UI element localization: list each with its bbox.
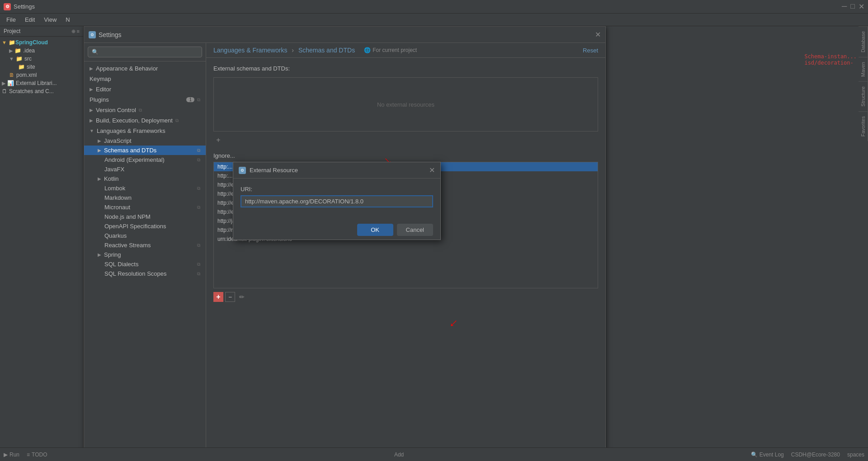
nav-label: Kotlin: [104, 175, 119, 182]
edit-ignored-button[interactable]: ✏: [237, 292, 247, 302]
minimize-icon[interactable]: ─: [842, 2, 847, 11]
nav-sub-javafx[interactable]: JavaFX: [84, 165, 206, 174]
nav-sub-lombok[interactable]: Lombok ⧉: [84, 183, 206, 193]
nav-sub-kotlin[interactable]: ▶ Kotlin: [84, 174, 206, 183]
nav-sub-android[interactable]: Android (Experimental) ⧉: [84, 155, 206, 165]
modal-ok-button[interactable]: OK: [357, 224, 393, 236]
tab-structure[interactable]: Structure: [859, 81, 868, 111]
run-button[interactable]: ▶ Run: [4, 452, 19, 458]
modal-icon: ⚙: [239, 167, 246, 174]
copy-icon: ⧉: [139, 108, 142, 113]
remove-ignored-button[interactable]: −: [225, 292, 235, 302]
nav-label: Version Control: [96, 107, 136, 113]
project-scope: 🌐 For current project: [364, 47, 417, 53]
settings-nav: ▶ Appearance & Behavior Keymap ▶ Editor: [84, 61, 206, 461]
nav-sub-schemas[interactable]: ▶ Schemas and DTDs ⧉: [84, 146, 206, 155]
nav-sub-javascript[interactable]: ▶ JavaScript: [84, 136, 206, 146]
settings-title: Settings: [99, 31, 595, 38]
folder-arrow-icon: ▶: [9, 48, 13, 54]
tree-label: SpringCloud: [15, 39, 48, 46]
nav-label: Schemas and DTDs: [104, 147, 156, 154]
tree-item-scratches[interactable]: 🗒 Scratches and C...: [0, 87, 83, 95]
maximize-icon[interactable]: □: [850, 2, 855, 11]
todo-icon: ≡: [27, 452, 30, 458]
tree-item-extlib[interactable]: ▶ 📊 External Librari...: [0, 79, 83, 87]
event-log-button[interactable]: 🔍 Event Log: [751, 452, 784, 458]
menu-navigate[interactable]: N: [61, 14, 74, 25]
modal-container: ⚙ External Resource ✕ URI: OK Cancel: [233, 162, 441, 240]
nav-arrow-icon: ▶: [90, 118, 93, 123]
app-icon: ⚙: [4, 3, 11, 10]
nav-item-editor[interactable]: ▶ Editor: [84, 84, 206, 94]
settings-search-input[interactable]: [88, 47, 202, 57]
nav-sub-micronaut[interactable]: Micronaut ⧉: [84, 202, 206, 212]
nav-sub-spring[interactable]: ▶ Spring: [84, 250, 206, 259]
nav-item-build[interactable]: ▶ Build, Execution, Deployment ⧉: [84, 115, 206, 126]
status-text: CSDH@Ecore-3280: [791, 452, 840, 458]
src-folder-icon: 📁: [16, 56, 23, 62]
add-ignored-button[interactable]: +: [213, 292, 223, 302]
uri-input[interactable]: [241, 195, 433, 207]
tree-item-src[interactable]: ▼ 📁 src: [0, 55, 83, 63]
scope-label: For current project: [373, 47, 417, 53]
copy-icon: ⧉: [197, 97, 200, 103]
nav-item-plugins[interactable]: Plugins 1 ⧉: [84, 94, 206, 105]
window-title: Settings: [14, 3, 842, 10]
nav-label: Keymap: [90, 75, 111, 82]
nav-label: Languages & Frameworks: [97, 127, 165, 134]
folder-icon-sprite: 📁: [9, 39, 15, 46]
no-resources-label: No external resources: [377, 101, 434, 108]
nav-item-vcs[interactable]: ▶ Version Control ⧉: [84, 105, 206, 115]
scratches-icon: 🗒: [2, 88, 7, 94]
nav-label: Editor: [96, 86, 111, 93]
nav-label: SQL Resolution Scopes: [104, 270, 167, 277]
tab-favorites[interactable]: Favorites: [859, 111, 868, 141]
nav-arrow-icon: ▶: [98, 252, 101, 257]
tree-item-site[interactable]: 📁 site: [0, 63, 83, 71]
menu-file[interactable]: File: [2, 14, 20, 25]
nav-sub-markdown[interactable]: Markdown: [84, 193, 206, 202]
nav-sub-sql[interactable]: SQL Dialects ⧉: [84, 259, 206, 269]
nav-sub-quarkus[interactable]: Quarkus: [84, 231, 206, 240]
copy-icon: ⧉: [175, 118, 179, 123]
nav-sub-openapi[interactable]: OpenAPI Specifications: [84, 221, 206, 231]
nav-item-appearance[interactable]: ▶ Appearance & Behavior: [84, 63, 206, 74]
todo-button[interactable]: ≡ TODO: [27, 452, 47, 458]
nav-label: Quarkus: [104, 232, 127, 239]
menu-view[interactable]: View: [39, 14, 61, 25]
nav-arrow-icon: ▶: [98, 176, 101, 181]
settings-title-bar: ⚙ Settings ✕: [84, 27, 605, 43]
tree-item-springcloud[interactable]: ▼ 📁 SpringCloud: [0, 38, 83, 47]
right-content-area: Schema-instan... isd/decoration-: [804, 53, 857, 66]
nav-label: SQL Dialects: [104, 261, 138, 268]
project-panel: Project ⊕ ≡ ▼ 📁 SpringCloud ▶ 📁 .idea ▼ …: [0, 26, 84, 461]
site-label: site: [27, 64, 35, 70]
modal-title: External Resource: [250, 167, 429, 174]
reset-button[interactable]: Reset: [583, 47, 598, 54]
modal-cancel-button[interactable]: Cancel: [397, 224, 433, 236]
nav-item-keymap[interactable]: Keymap: [84, 74, 206, 84]
nav-label: Appearance & Behavior: [96, 65, 158, 72]
nav-item-languages[interactable]: ▼ Languages & Frameworks: [84, 126, 206, 136]
settings-content: Languages & Frameworks › Schemas and DTD…: [206, 43, 605, 461]
tab-maven[interactable]: Maven: [859, 57, 868, 81]
modal-close-button[interactable]: ✕: [429, 166, 435, 174]
tree-item-pom[interactable]: 🗎 pom.xml: [0, 71, 83, 79]
todo-label: TODO: [32, 452, 47, 458]
tree-item-idea[interactable]: ▶ 📁 .idea: [0, 47, 83, 55]
nav-sub-nodejs[interactable]: Node.js and NPM: [84, 212, 206, 221]
add-resource-button[interactable]: +: [213, 135, 223, 145]
nav-label: Android (Experimental): [104, 156, 165, 163]
src-arrow-icon: ▼: [9, 56, 14, 61]
title-bar: ⚙ Settings ─ □ ✕: [0, 0, 868, 14]
nav-label: Reactive Streams: [104, 242, 151, 249]
settings-close-button[interactable]: ✕: [595, 30, 601, 39]
modal-body: URI:: [233, 179, 440, 220]
extlib-label: External Librari...: [16, 80, 57, 86]
settings-dialog: ⚙ Settings ✕ ▶ Appearance & Behavior: [84, 26, 606, 461]
nav-sub-reactive[interactable]: Reactive Streams ⧉: [84, 240, 206, 250]
nav-sub-sqlres[interactable]: SQL Resolution Scopes ⧉: [84, 269, 206, 278]
tab-database[interactable]: Database: [859, 26, 868, 57]
menu-edit[interactable]: Edit: [20, 14, 39, 25]
close-icon[interactable]: ✕: [859, 2, 864, 11]
